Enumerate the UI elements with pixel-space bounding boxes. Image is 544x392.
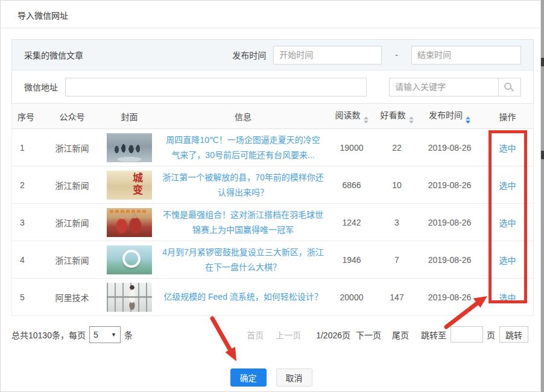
range-separator: - bbox=[395, 50, 398, 60]
page-size-unit: 条 bbox=[124, 329, 133, 341]
header-action: 操作 bbox=[481, 104, 534, 129]
current-page-indicator: 1/2026页 bbox=[316, 329, 350, 341]
publish-date: 2019-08-26 bbox=[418, 279, 481, 316]
publish-time-label: 发布时间 bbox=[232, 49, 266, 61]
wechat-url-label: 微信地址 bbox=[24, 81, 58, 93]
start-time-input[interactable] bbox=[273, 46, 382, 65]
header-reads: 阅读数 bbox=[327, 104, 376, 129]
read-count: 19000 bbox=[327, 129, 376, 166]
select-link[interactable]: 选中 bbox=[499, 144, 516, 153]
filter-row-publish-time: 采集的微信文章 发布时间 - bbox=[12, 40, 533, 70]
article-cover-image: 城变 bbox=[107, 171, 152, 200]
search-button[interactable] bbox=[499, 78, 521, 96]
search-icon bbox=[504, 83, 511, 90]
row-index: 5 bbox=[11, 279, 44, 316]
filter-row-url-keyword: 微信地址 bbox=[12, 70, 533, 103]
like-count: 22 bbox=[376, 129, 418, 166]
account-name: 浙江新闻 bbox=[44, 241, 100, 279]
article-title-link[interactable]: 周四直降10℃！一场企图逼走夏天的冷空气来了，30号前后可能还有台风要来... bbox=[159, 133, 327, 163]
publish-date: 2019-08-26 bbox=[418, 241, 481, 279]
article-title-link[interactable]: 4月到7月紧锣密鼓批复设立三大新区，浙江在下一盘什么大棋？ bbox=[159, 245, 327, 275]
sort-icon-reads[interactable] bbox=[364, 116, 368, 124]
next-page-link[interactable]: 下一页 bbox=[356, 329, 381, 341]
row-index: 2 bbox=[11, 166, 44, 204]
header-account: 公众号 bbox=[44, 104, 100, 129]
article-cover-image bbox=[107, 283, 152, 312]
sort-icon-likes[interactable] bbox=[409, 116, 414, 124]
page-size-select[interactable]: 5 ▼ bbox=[89, 326, 121, 343]
page-size-control: 总共10130条，每页 5 ▼ 条 bbox=[11, 326, 133, 343]
select-link[interactable]: 选中 bbox=[499, 293, 516, 303]
row-index: 3 bbox=[11, 204, 44, 241]
last-page-link[interactable]: 尾页 bbox=[392, 329, 409, 341]
article-title-link[interactable]: 不愧是最强组合！这对浙江搭档在羽毛球世锦赛上为中国赢得唯一冠军 bbox=[159, 207, 327, 238]
jump-page-input[interactable] bbox=[451, 326, 483, 343]
confirm-button[interactable]: 确定 bbox=[230, 368, 267, 387]
article-table: 序号 公众号 封面 信息 阅读数 好看数 发布时间 操作 bbox=[11, 103, 534, 316]
table-row: 1 浙江新闻 周四直降10℃！一场企图逼走夏天的冷空气来了，30号前后可能还有台… bbox=[11, 129, 534, 166]
read-count: 1242 bbox=[327, 204, 376, 241]
table-row: 3 浙江新闻 不愧是最强组合！这对浙江搭档在羽毛球世锦赛上为中国赢得唯一冠军 1… bbox=[11, 204, 534, 241]
dialog-footer: 确定 取消 bbox=[1, 368, 542, 387]
table-border bbox=[533, 103, 534, 316]
wechat-url-input[interactable] bbox=[65, 78, 367, 96]
publish-date: 2019-08-26 bbox=[418, 129, 481, 166]
jump-to-label: 跳转至 bbox=[421, 329, 446, 341]
scroll-mark bbox=[541, 58, 544, 66]
scroll-mark bbox=[541, 151, 544, 159]
header-info: 信息 bbox=[159, 104, 327, 129]
row-index: 4 bbox=[11, 241, 44, 279]
header-index: 序号 bbox=[11, 104, 44, 129]
jump-unit-label: 页 bbox=[487, 329, 495, 341]
select-link[interactable]: 选中 bbox=[499, 181, 516, 191]
table-row: 5 阿里技术 亿级规模的 Feed 流系统，如何轻松设计？ 20000 147 … bbox=[11, 279, 534, 316]
like-count: 7 bbox=[376, 241, 418, 279]
chevron-down-icon: ▼ bbox=[111, 332, 116, 338]
header-cover: 封面 bbox=[100, 104, 159, 129]
article-cover-image bbox=[107, 133, 152, 162]
publish-date: 2019-08-26 bbox=[418, 166, 481, 204]
like-count: 147 bbox=[376, 279, 418, 316]
article-cover-image bbox=[107, 245, 152, 274]
publish-date: 2019-08-26 bbox=[418, 204, 481, 241]
cancel-button[interactable]: 取消 bbox=[276, 368, 312, 387]
jump-button[interactable]: 跳转 bbox=[499, 326, 528, 343]
section-title: 采集的微信文章 bbox=[24, 49, 83, 61]
pager-controls: 首页 上一页 1/2026页 下一页 尾页 跳转至 页 跳转 bbox=[247, 326, 528, 343]
article-title-link[interactable]: 亿级规模的 Feed 流系统，如何轻松设计？ bbox=[159, 289, 327, 305]
select-link[interactable]: 选中 bbox=[499, 218, 516, 228]
article-title-link[interactable]: 浙江第一个被解放的县，70年前的模样你还认得出来吗？ bbox=[159, 170, 327, 200]
first-page-link[interactable]: 首页 bbox=[247, 329, 264, 341]
cover-calligraphy-text: 城变 bbox=[129, 172, 144, 197]
total-count-label: 总共10130条，每页 bbox=[11, 329, 86, 341]
end-time-input[interactable] bbox=[411, 46, 521, 65]
dialog-panel: 导入微信网址 采集的微信文章 发布时间 - 微信地址 bbox=[0, 0, 541, 392]
sort-icon-publish-date[interactable] bbox=[466, 116, 470, 124]
filter-panel: 采集的微信文章 发布时间 - 微信地址 bbox=[11, 39, 534, 104]
header-likes: 好看数 bbox=[376, 104, 418, 129]
title-divider bbox=[1, 28, 542, 28]
table-row: 2 浙江新闻 城变 浙江第一个被解放的县，70年前的模样你还认得出来吗？ 686… bbox=[11, 166, 534, 204]
header-publish-date: 发布时间 bbox=[418, 104, 481, 129]
account-name: 阿里技术 bbox=[44, 279, 100, 316]
table-row: 4 浙江新闻 4月到7月紧锣密鼓批复设立三大新区，浙江在下一盘什么大棋？ 194… bbox=[11, 241, 534, 279]
row-index: 1 bbox=[11, 129, 44, 166]
read-count: 20000 bbox=[327, 279, 376, 316]
read-count: 6866 bbox=[327, 166, 376, 204]
article-cover-image bbox=[107, 208, 152, 237]
like-count: 10 bbox=[376, 166, 418, 204]
dialog-title: 导入微信网址 bbox=[17, 9, 68, 21]
read-count: 1946 bbox=[327, 241, 376, 279]
account-name: 浙江新闻 bbox=[44, 204, 100, 241]
table-border bbox=[11, 103, 12, 316]
import-wechat-dialog: 导入微信网址 采集的微信文章 发布时间 - 微信地址 bbox=[0, 0, 544, 392]
account-name: 浙江新闻 bbox=[44, 166, 100, 204]
table-header-row: 序号 公众号 封面 信息 阅读数 好看数 发布时间 操作 bbox=[11, 104, 534, 129]
page-size-value: 5 bbox=[93, 330, 98, 340]
keyword-input[interactable] bbox=[389, 78, 499, 96]
account-name: 浙江新闻 bbox=[44, 129, 100, 166]
pagination-bar: 总共10130条，每页 5 ▼ 条 首页 上一页 1/2026页 下一页 尾页 … bbox=[1, 326, 542, 346]
select-link[interactable]: 选中 bbox=[499, 256, 516, 265]
like-count: 3 bbox=[376, 204, 418, 241]
prev-page-link[interactable]: 上一页 bbox=[276, 329, 301, 341]
